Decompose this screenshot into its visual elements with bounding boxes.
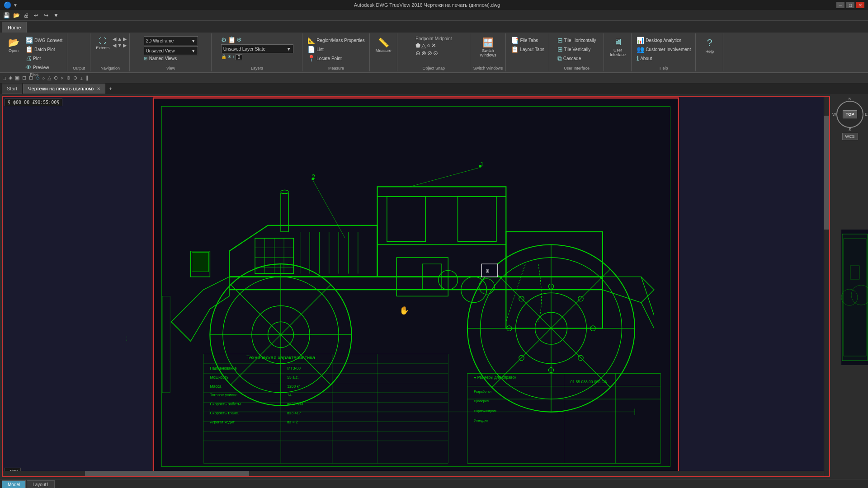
snap-toggle-5[interactable]: ⊞ [28, 75, 34, 81]
extents-button[interactable]: ⛶ Extents [94, 36, 112, 52]
nav-icon-3[interactable]: ▶ [123, 36, 127, 42]
snap-btn-6[interactable]: ⊗ [421, 50, 426, 56]
layer-btn-1[interactable]: 🔒 [221, 54, 226, 60]
dwg-convert-label: DWG Convert [34, 38, 62, 43]
wcs-label[interactable]: WCS [842, 133, 858, 140]
preview-button[interactable]: 👁 Preview [24, 63, 64, 71]
snap-midpoint-btn[interactable]: △ [421, 42, 426, 49]
document-tabs: Start Чертежи на печать (диплом) ✕ + [0, 83, 868, 94]
snap-circle-btn[interactable]: ○ [427, 42, 430, 49]
snap-toggle-7[interactable]: ○ [41, 75, 46, 81]
snap-toggle-13[interactable]: ⟂ [79, 75, 84, 81]
nav-icon-4[interactable]: ◀ [113, 42, 116, 48]
ribbon: Home 📂 Open 🔄 DWG Convert 📋 Batch Plot [0, 21, 868, 73]
drawing-area[interactable]: § ф00 00 £90:55:00§ [2, 96, 830, 477]
snap-x-btn[interactable]: ✕ [431, 42, 436, 49]
drawing-tab-close[interactable]: ✕ [97, 86, 100, 91]
snap-toggle-1[interactable]: □ [2, 75, 7, 81]
about-button[interactable]: ℹ About [635, 54, 654, 62]
minimize-button[interactable]: ─ [836, 2, 844, 8]
snap-btn-8[interactable]: ⊙ [433, 50, 438, 56]
qa-save[interactable]: 💾 [2, 11, 11, 20]
help-button[interactable]: ? Help [701, 36, 719, 55]
model-tab[interactable]: Model [2, 480, 26, 488]
layer-color-input[interactable]: 0 [236, 54, 243, 60]
switch-icon: 🪟 [482, 37, 494, 48]
open-button[interactable]: 📂 Open [5, 36, 23, 54]
view-style-dropdown[interactable]: 2D Wireframe ▼ [144, 36, 198, 45]
layer-state-dropdown[interactable]: Unsaved Layer State ▼ [221, 44, 293, 53]
compass-s: S [849, 127, 851, 132]
compass-circle[interactable]: TOP [836, 101, 863, 128]
nav-icon-5[interactable]: ▼ [117, 42, 122, 48]
svg-text:01.55.083 00 000 СБ: 01.55.083 00 000 СБ [571, 380, 607, 384]
snap-toggle-12[interactable]: ⊙ [72, 75, 78, 81]
snap-toggle-11[interactable]: ⊗ [66, 75, 71, 81]
region-mass-button[interactable]: 📐 Region/Mass Properties [306, 36, 367, 44]
svg-text:Мощность: Мощность [210, 375, 229, 380]
layer-freeze-icon[interactable]: ❄ [236, 36, 242, 43]
snap-toggle-10[interactable]: × [60, 75, 64, 81]
view-style-chevron: ▼ [191, 38, 196, 43]
qa-redo[interactable]: ↪ [42, 11, 51, 20]
svg-text:Скорость работы: Скорость работы [210, 402, 241, 406]
svg-text:МТЗ-80: МТЗ-80 [287, 366, 301, 371]
compass-e: E [865, 112, 868, 117]
extents-icon: ⛶ [99, 37, 106, 45]
measure-button[interactable]: 📏 Measure [374, 36, 393, 54]
snap-toggle-8[interactable]: △ [47, 75, 52, 81]
dwg-convert-button[interactable]: 🔄 DWG Convert [24, 36, 64, 44]
maximize-button[interactable]: □ [846, 2, 854, 8]
layer-prop-icon[interactable]: ⚙ [221, 36, 227, 43]
layout1-tab[interactable]: Layout1 [27, 480, 55, 488]
close-button[interactable]: ✕ [856, 2, 864, 8]
layer-list-icon[interactable]: 📋 [228, 36, 236, 43]
snap-btn-5[interactable]: ⊕ [415, 50, 420, 56]
compass-top-button[interactable]: TOP [843, 110, 857, 118]
layer-btn-3[interactable]: ↕ [232, 54, 235, 60]
nav-icon-6[interactable]: ▶ [123, 42, 127, 48]
batch-plot-button[interactable]: 📋 Batch Plot [24, 45, 64, 53]
snap-btn-7[interactable]: ⊘ [427, 50, 432, 56]
user-interface-button[interactable]: 🖥 UserInterface [608, 36, 627, 58]
scrollbar-thumb-v[interactable] [824, 116, 829, 230]
snap-toggle-14[interactable]: ∥ [85, 75, 90, 81]
scrollbar-thumb-h[interactable] [85, 471, 249, 476]
desktop-analytics-button[interactable]: 📊 Desktop Analytics [635, 36, 683, 44]
file-tabs-button[interactable]: 📑 File Tabs [509, 36, 540, 44]
named-views-label[interactable]: Named Views [149, 56, 177, 61]
named-views-icon[interactable]: ⊞ [144, 56, 147, 61]
tile-vertically-button[interactable]: ⊞ Tile Vertically [556, 45, 593, 53]
nav-icon-1[interactable]: ◀ [113, 36, 116, 42]
snap-toggle-6[interactable]: ◇ [35, 75, 40, 81]
doc-tab-drawing[interactable]: Чертежи на печать (диплом) ✕ [23, 84, 105, 94]
snap-toggle-4[interactable]: ⊟ [21, 75, 27, 81]
plot-button[interactable]: 🖨 Plot [24, 54, 64, 62]
snap-toggle-2[interactable]: ◈ [8, 75, 13, 81]
tile-horizontally-button[interactable]: ⊟ Tile Horizontally [556, 36, 598, 44]
switch-windows-button[interactable]: 🪟 SwitchWindows [478, 36, 498, 59]
cascade-button[interactable]: ⧉ Cascade [556, 54, 583, 63]
snap-endpoint-btn[interactable]: ⬟ [415, 42, 420, 49]
qa-print[interactable]: 🖨 [22, 11, 31, 20]
add-tab-button[interactable]: + [106, 84, 115, 93]
qa-dropdown[interactable]: ▼ [52, 11, 61, 20]
qa-open[interactable]: 📂 [12, 11, 21, 20]
doc-tab-start[interactable]: Start [2, 84, 22, 94]
layout-tabs-button[interactable]: 📋 Layout Tabs [509, 45, 546, 53]
ribbon-group-help-btn: ? Help [696, 33, 723, 71]
unsaved-view-dropdown[interactable]: Unsaved View ▼ [144, 46, 198, 55]
horizontal-scrollbar[interactable] [3, 471, 824, 476]
snap-toggle-9[interactable]: ⊕ [53, 75, 59, 81]
qa-undo[interactable]: ↩ [32, 11, 41, 20]
nav-icon-2[interactable]: ▲ [117, 36, 122, 42]
list-button[interactable]: 📄 List [306, 45, 326, 53]
snap-toggle-3[interactable]: ▣ [14, 75, 20, 81]
layer-btn-2[interactable]: ☀ [227, 54, 231, 60]
vertical-scrollbar[interactable] [824, 97, 829, 476]
locate-point-button[interactable]: 📍 Locate Point [306, 54, 344, 62]
svg-text:Скорость транс.: Скорость транс. [210, 411, 239, 415]
customer-involvement-button[interactable]: 👥 Customer Involvement [635, 45, 693, 53]
ribbon-group-output: Output [68, 33, 90, 71]
tab-home[interactable]: Home [2, 22, 27, 33]
